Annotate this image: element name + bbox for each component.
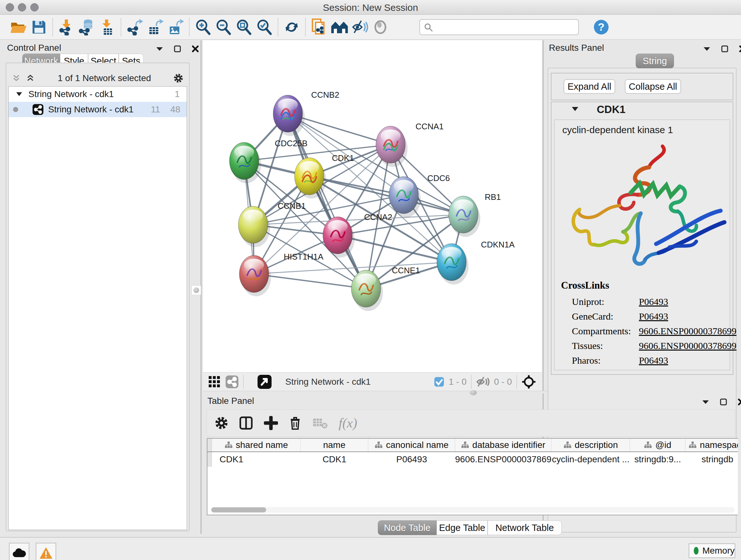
- show-all-button[interactable]: [370, 17, 391, 37]
- column-header-canonical-name[interactable]: canonical name: [368, 439, 455, 451]
- network-row[interactable]: String Network - cdk1 11 48: [9, 102, 187, 117]
- column-header-shared-name[interactable]: shared name: [212, 439, 300, 451]
- zoom-out-button[interactable]: [213, 17, 233, 37]
- expand-all-icon[interactable]: [25, 73, 35, 83]
- crosslink-link[interactable]: 9606.ENSP00000378699: [639, 340, 737, 351]
- panel-float-icon[interactable]: [173, 44, 182, 54]
- search-field[interactable]: [419, 19, 579, 35]
- network-node-CCNE1[interactable]: CCNE1: [351, 266, 420, 311]
- scrollbar-thumb[interactable]: [211, 507, 266, 512]
- export-table-button[interactable]: [145, 17, 165, 37]
- string-view-icon[interactable]: [225, 375, 239, 388]
- memory-button[interactable]: Memory: [689, 543, 735, 558]
- expand-all-button[interactable]: Expand All: [563, 79, 615, 94]
- crosslink-link[interactable]: 9606.ENSP00000378699: [639, 326, 737, 336]
- cloud-status-button[interactable]: [9, 543, 29, 560]
- table-cell[interactable]: 9606.ENSP00000378699: [455, 454, 551, 464]
- import-table-file-button[interactable]: [97, 17, 118, 37]
- import-network-file-button[interactable]: [56, 17, 77, 37]
- panel-float-icon[interactable]: [719, 397, 728, 407]
- table-settings-gear-icon[interactable]: [215, 416, 228, 430]
- column-header-name[interactable]: name: [300, 439, 368, 451]
- zoom-fit-button[interactable]: [233, 17, 254, 37]
- tab-network-table[interactable]: Network Table: [488, 520, 562, 535]
- zoom-selected-button[interactable]: [254, 17, 274, 37]
- crosslink-link[interactable]: P06493: [639, 355, 668, 366]
- network-node-HIST1H1A[interactable]: HIST1H1A: [239, 252, 324, 296]
- network-node-CCNA1[interactable]: CCNA1: [376, 122, 444, 167]
- search-input[interactable]: [433, 22, 567, 32]
- panel-close-icon[interactable]: [738, 44, 741, 54]
- current-network-name: String Network - cdk1: [285, 377, 371, 387]
- window-title: Session: New Session: [0, 2, 741, 13]
- network-node-CDC6[interactable]: CDC6: [389, 173, 450, 217]
- horizontal-splitter-handle[interactable]: [470, 390, 477, 395]
- panel-float-icon[interactable]: [720, 44, 730, 54]
- column-header-namespace[interactable]: namespace: [685, 439, 738, 451]
- open-session-button[interactable]: [8, 17, 29, 37]
- network-node-CCNB2[interactable]: CCNB2: [273, 90, 339, 136]
- zoom-selected-icon: [256, 19, 273, 36]
- panel-menu-icon[interactable]: [702, 44, 712, 54]
- crosslink-link[interactable]: P06493: [639, 296, 668, 307]
- tab-node-table[interactable]: Node Table: [378, 520, 436, 535]
- network-dot-icon: [13, 107, 18, 112]
- crosshair-icon[interactable]: [522, 374, 536, 389]
- hidden-eye-icon[interactable]: [476, 376, 489, 388]
- collapse-all-icon[interactable]: [11, 73, 21, 83]
- help-button[interactable]: ?: [591, 17, 611, 37]
- zoom-in-button[interactable]: [193, 17, 213, 37]
- houses-icon: [331, 20, 348, 35]
- clone-network-button[interactable]: [309, 17, 329, 37]
- table-cell[interactable]: CDK1: [212, 454, 300, 464]
- panel-menu-icon[interactable]: [701, 397, 711, 407]
- search-icon: [424, 23, 433, 32]
- export-network-button[interactable]: [125, 17, 145, 37]
- column-header-description[interactable]: description: [551, 439, 630, 451]
- table-cell[interactable]: stringdb: [685, 454, 738, 464]
- refresh-button[interactable]: [281, 17, 302, 37]
- control-panel-header-icons: [155, 44, 200, 54]
- tab-string[interactable]: String: [636, 54, 674, 68]
- network-edge[interactable]: [338, 235, 452, 262]
- select-columns-icon[interactable]: [239, 416, 253, 430]
- network-canvas[interactable]: CCNB2CCNA1CDC25BCDK1CDC6RB1CCNB1CCNA2CDK…: [203, 40, 542, 372]
- collapse-all-button[interactable]: Collapse All: [625, 79, 681, 94]
- tree-expander-icon[interactable]: [16, 91, 23, 97]
- table-cell[interactable]: CDK1: [300, 454, 368, 464]
- table-horizontal-scrollbar[interactable]: [211, 507, 735, 513]
- selected-checkbox-icon[interactable]: [434, 377, 444, 387]
- table-row[interactable]: CDK1CDK1P064939606.ENSP00000378699cyclin…: [207, 452, 738, 467]
- panel-close-icon[interactable]: [737, 397, 741, 407]
- network-node-CDKN1A[interactable]: CDKN1A: [437, 240, 515, 285]
- table-cell[interactable]: stringdb:9...: [630, 454, 685, 464]
- column-header-@id[interactable]: @id: [630, 439, 685, 451]
- delete-column-icon[interactable]: [289, 416, 301, 430]
- save-session-button[interactable]: [29, 17, 49, 37]
- network-collection-row[interactable]: String Network - cdk1 1: [9, 86, 187, 102]
- left-splitter-handle[interactable]: [192, 286, 201, 295]
- network-node-CDK1[interactable]: CDK1: [294, 153, 354, 199]
- grid-view-icon[interactable]: [208, 375, 221, 388]
- export-image-icon: [167, 19, 184, 36]
- table-cell[interactable]: cyclin-dependent ...: [551, 454, 630, 464]
- warnings-button[interactable]: [36, 543, 56, 560]
- first-neighbors-button[interactable]: [329, 17, 350, 37]
- column-header-database-identifier[interactable]: database identifier: [455, 439, 551, 451]
- node-table[interactable]: shared namenamecanonical namedatabase id…: [207, 438, 738, 515]
- hide-selected-button[interactable]: [350, 17, 370, 37]
- add-column-icon[interactable]: [264, 416, 278, 430]
- birdseye-view-icon[interactable]: [257, 374, 272, 389]
- tab-edge-table[interactable]: Edge Table: [436, 520, 488, 535]
- table-cell[interactable]: P06493: [368, 454, 455, 464]
- network-node-RB1[interactable]: RB1: [449, 192, 501, 237]
- network-options-gear-icon[interactable]: [174, 73, 183, 83]
- application-window: Session: New Session: [0, 0, 741, 560]
- export-image-button[interactable]: [165, 17, 186, 37]
- import-network-database-button[interactable]: [77, 17, 97, 37]
- node-label: CCNE1: [392, 266, 420, 275]
- panel-menu-icon[interactable]: [155, 44, 164, 54]
- crosslink-link[interactable]: P06493: [639, 311, 668, 322]
- gene-section-expander-icon[interactable]: [571, 106, 579, 112]
- panel-close-icon[interactable]: [191, 44, 200, 54]
